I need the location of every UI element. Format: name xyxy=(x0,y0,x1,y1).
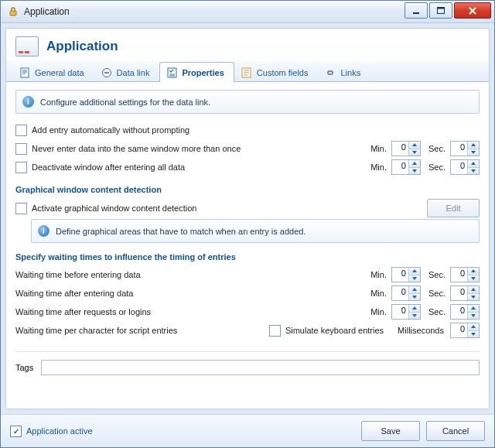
unit-milliseconds: Milliseconds xyxy=(398,326,444,335)
spinner-deactivate-sec[interactable]: 0 xyxy=(450,159,480,175)
spinner-deactivate-min[interactable]: 0 xyxy=(391,159,421,175)
spinner-requests-sec[interactable]: 0 xyxy=(450,304,480,320)
row-wait-per-char: Waiting time per character for script en… xyxy=(15,322,480,339)
minsec-never-same: Min. 0 Sec. 0 xyxy=(366,141,480,156)
edit-button[interactable]: Edit xyxy=(427,199,480,217)
checkbox-application-active[interactable]: ✓ xyxy=(10,426,22,437)
label-wait-per-char: Waiting time per character for script en… xyxy=(15,326,177,335)
chevron-up-icon[interactable] xyxy=(468,305,479,313)
chevron-up-icon[interactable] xyxy=(468,160,479,168)
chevron-up-icon[interactable] xyxy=(468,142,479,149)
chevron-up-icon[interactable] xyxy=(409,142,420,149)
spinner-never-same-sec[interactable]: 0 xyxy=(450,141,480,156)
titlebar: Application xyxy=(1,1,494,23)
link-icon xyxy=(325,67,336,78)
spinner-requests-min[interactable]: 0 xyxy=(391,304,421,320)
label-tags: Tags xyxy=(15,363,33,372)
chevron-up-icon[interactable] xyxy=(409,286,420,294)
window-title: Application xyxy=(24,6,70,17)
tab-label: Data link xyxy=(117,68,150,77)
spinner-never-same-min[interactable]: 0 xyxy=(391,141,421,156)
unit-sec: Sec. xyxy=(428,144,446,153)
checkbox-activate-graphical[interactable] xyxy=(15,203,27,214)
row-auto-add: Add entry automatically without promptin… xyxy=(15,121,480,139)
datalink-icon xyxy=(101,67,112,78)
section-graphical: Graphical window content detection xyxy=(15,185,480,194)
row-activate-graphical: Activate graphical window content detect… xyxy=(15,199,480,217)
application-icon xyxy=(15,36,39,56)
document-icon xyxy=(19,67,30,78)
svg-rect-4 xyxy=(21,68,29,77)
row-tags: Tags xyxy=(15,351,480,375)
window-buttons xyxy=(405,2,491,19)
chevron-down-icon[interactable] xyxy=(409,294,420,301)
properties-icon xyxy=(166,67,177,78)
minimize-button[interactable] xyxy=(405,2,428,19)
section-timing: Specify waiting times to influence the t… xyxy=(15,252,480,262)
row-wait-after: Waiting time after entering data Min. 0 … xyxy=(15,285,480,302)
tab-general-data[interactable]: General data xyxy=(12,62,94,82)
card-title: Application xyxy=(46,39,118,54)
info-icon: i xyxy=(38,225,50,237)
tags-input[interactable] xyxy=(41,360,480,375)
label-deactivate: Deactivate window after entering all dat… xyxy=(32,162,185,172)
tab-custom-fields[interactable]: Custom fields xyxy=(234,62,319,82)
tab-links[interactable]: Links xyxy=(318,62,370,82)
chevron-down-icon[interactable] xyxy=(409,275,420,282)
dialog-footer: ✓ Application active Save Cancel xyxy=(1,414,494,447)
lock-icon xyxy=(7,5,19,18)
properties-panel: i Configure additional settings for the … xyxy=(6,82,489,409)
chevron-down-icon[interactable] xyxy=(409,168,420,175)
application-window: Application Application General data xyxy=(0,0,495,448)
chevron-down-icon[interactable] xyxy=(409,313,420,320)
chevron-up-icon[interactable] xyxy=(409,160,420,168)
chevron-down-icon[interactable] xyxy=(409,149,420,156)
save-button[interactable]: Save xyxy=(361,421,420,441)
tab-properties[interactable]: Properties xyxy=(159,62,234,82)
chevron-down-icon[interactable] xyxy=(468,331,479,338)
svg-rect-3 xyxy=(437,7,444,9)
checkbox-simulate-keyboard[interactable] xyxy=(269,325,281,337)
chevron-up-icon[interactable] xyxy=(409,268,420,275)
chevron-up-icon[interactable] xyxy=(468,268,479,275)
tab-data-link[interactable]: Data link xyxy=(94,62,160,82)
chevron-down-icon[interactable] xyxy=(468,275,479,282)
chevron-down-icon[interactable] xyxy=(468,149,479,156)
chevron-down-icon[interactable] xyxy=(468,294,479,301)
cancel-button[interactable]: Cancel xyxy=(426,421,485,441)
dialog-card: Application General data Data link Prope… xyxy=(5,28,490,409)
label-application-active: Application active xyxy=(26,426,93,436)
graphical-hint: i Define graphical areas that have to ma… xyxy=(31,219,480,243)
panel-info-text: Configure additional settings for the da… xyxy=(40,97,210,107)
chevron-down-icon[interactable] xyxy=(468,313,479,320)
form-icon xyxy=(241,67,252,78)
panel-info: i Configure additional settings for the … xyxy=(15,90,480,114)
spinner-after-min[interactable]: 0 xyxy=(391,286,421,301)
checkbox-never-same[interactable] xyxy=(15,143,27,155)
spinner-before-sec[interactable]: 0 xyxy=(450,267,480,282)
maximize-button[interactable] xyxy=(429,2,452,19)
tab-label: General data xyxy=(35,68,84,77)
chevron-up-icon[interactable] xyxy=(409,305,420,313)
spinner-before-min[interactable]: 0 xyxy=(391,267,421,282)
checkbox-auto-add[interactable] xyxy=(15,125,27,136)
svg-rect-1 xyxy=(413,12,419,14)
label-wait-requests: Waiting time after requests or logins xyxy=(15,307,151,316)
row-deactivate: Deactivate window after entering all dat… xyxy=(15,159,480,176)
chevron-up-icon[interactable] xyxy=(468,286,479,294)
tab-label: Properties xyxy=(182,68,224,77)
row-wait-requests: Waiting time after requests or logins Mi… xyxy=(15,303,480,320)
row-never-same: Never enter data into the same window mo… xyxy=(15,140,480,157)
label-wait-before: Waiting time before entering data xyxy=(15,270,141,279)
checkbox-deactivate[interactable] xyxy=(15,162,27,173)
info-icon: i xyxy=(22,96,34,108)
tab-label: Links xyxy=(340,68,360,77)
close-button[interactable] xyxy=(454,2,491,19)
chevron-up-icon[interactable] xyxy=(468,323,479,331)
unit-min: Min. xyxy=(370,144,387,153)
chevron-down-icon[interactable] xyxy=(468,168,479,175)
label-activate-graphical: Activate graphical window content detect… xyxy=(32,203,196,213)
label-auto-add: Add entry automatically without promptin… xyxy=(32,125,189,135)
spinner-after-sec[interactable]: 0 xyxy=(450,286,480,301)
spinner-per-char-ms[interactable]: 0 xyxy=(450,323,480,338)
